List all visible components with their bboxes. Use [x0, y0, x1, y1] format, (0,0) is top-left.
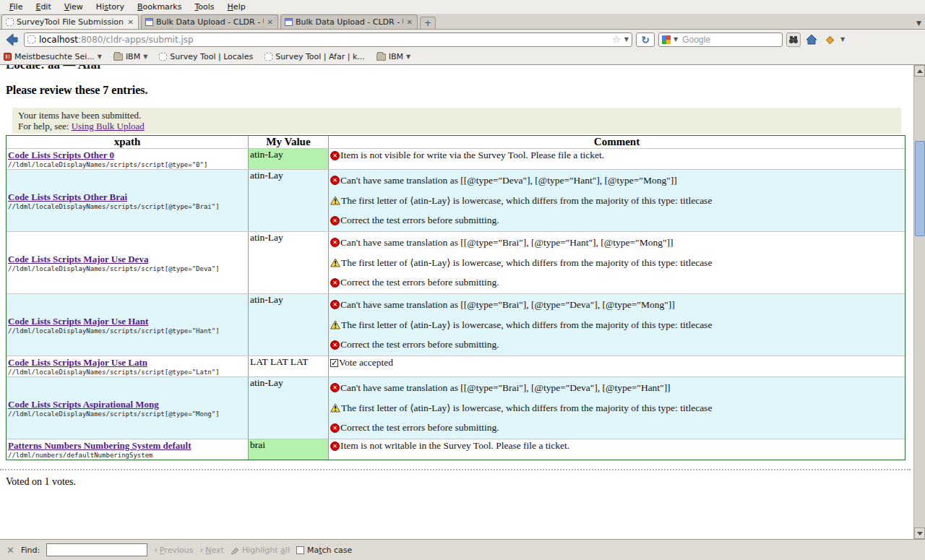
menu-view[interactable]: View: [58, 1, 90, 13]
table-row: Code Lists Scripts Other 0//ldml/localeD…: [7, 148, 905, 169]
highlighter-icon: [231, 546, 240, 555]
tab-3[interactable]: Bulk Data Upload - CLDR - Un...✕: [280, 14, 418, 29]
find-next-button[interactable]: ›Next: [199, 545, 223, 555]
comment-text: Correct the test errors before submittin…: [340, 277, 499, 288]
findbar-close-icon[interactable]: ✕: [7, 545, 14, 556]
tab-close-icon[interactable]: ✕: [267, 18, 274, 26]
xpath-cell: Patterns Numbers Numbering System defaul…: [7, 439, 249, 460]
list-all-tabs-icon[interactable]: ▼: [916, 20, 921, 27]
home-button[interactable]: [804, 33, 819, 47]
comment-cell: ✕Can't have same translation as [[@type=…: [329, 377, 905, 439]
xpath-cell: Code Lists Scripts Other 0//ldml/localeD…: [7, 149, 249, 169]
error-icon: ✕: [330, 151, 340, 160]
dashed-icon: [264, 53, 272, 61]
comment-cell: ✕Item is not visible for write via the S…: [329, 149, 905, 169]
table-row: Patterns Numbers Numbering System defaul…: [7, 439, 905, 460]
comment-text: The first letter of ⟨atin-Lay⟩ is lowerc…: [341, 257, 712, 269]
history-icon: [4, 53, 12, 61]
comment-line: ✕Correct the test errors before submitti…: [330, 277, 903, 288]
xpath-path-text: //ldml/localeDisplayNames/scripts/script…: [8, 410, 246, 418]
new-tab-button[interactable]: +: [420, 17, 436, 29]
folder-icon: [113, 53, 123, 61]
url-bar[interactable]: localhost:8080/cldr-apps/submit.jsp ☆ ▼: [24, 33, 632, 47]
column-header-xpath: xpath: [7, 136, 249, 148]
xpath-link[interactable]: Code Lists Scripts Major Use Deva: [8, 254, 246, 265]
reload-button[interactable]: ↻: [636, 33, 655, 47]
match-case-checkbox-box[interactable]: [296, 546, 304, 554]
menu-bookmarks[interactable]: Bookmarks: [131, 1, 188, 13]
scrollbar-down-icon[interactable]: [914, 527, 925, 539]
xpath-link[interactable]: Code Lists Scripts Major Use Hant: [8, 316, 246, 327]
comment-line: ✕Item is not writable in the Survey Tool…: [330, 440, 903, 452]
table-row: Code Lists Scripts Aspirational Mong//ld…: [7, 376, 905, 439]
highlight-all-button[interactable]: Highlight all: [231, 546, 290, 555]
svg-text:!: !: [334, 198, 337, 205]
tab-2[interactable]: Bulk Data Upload - CLDR - Un...✕: [141, 14, 278, 29]
tab-close-icon[interactable]: ✕: [406, 18, 413, 26]
using-bulk-upload-link[interactable]: Using Bulk Upload: [72, 121, 145, 132]
chevron-down-icon: ▼: [406, 53, 410, 60]
tab-title: Bulk Data Upload - CLDR - Un...: [156, 17, 264, 27]
bookmark-item-1[interactable]: Meistbesuchte Sei...▼: [4, 52, 102, 61]
notice-line2: For help, see: Using Bulk Upload: [18, 121, 898, 132]
comment-cell: ✓Vote accepted: [329, 356, 905, 376]
dashed-icon: [159, 53, 167, 61]
comment-line: ✕Can't have same translation as [[@type=…: [330, 175, 903, 186]
search-engine-chevron-icon[interactable]: ▼: [674, 36, 678, 43]
page-title: Please review these 7 entries.: [6, 84, 913, 97]
toolbar-overflow-chevron-icon[interactable]: ▼: [840, 36, 845, 43]
error-icon: ✕: [330, 340, 340, 350]
search-input[interactable]: [681, 34, 753, 46]
xpath-link[interactable]: Patterns Numbers Numbering System defaul…: [8, 440, 246, 452]
back-button[interactable]: [3, 31, 20, 48]
bookmark-item-2[interactable]: IBM▼: [113, 52, 147, 61]
menu-edit[interactable]: Edit: [29, 1, 57, 13]
tab-1[interactable]: SurveyTool File Submission | ...✕: [1, 14, 139, 29]
table-row: Code Lists Scripts Major Use Deva//ldml/…: [7, 231, 905, 293]
bookmark-item-4[interactable]: Survey Tool | Afar | k...: [264, 52, 365, 61]
xpath-link[interactable]: Code Lists Scripts Major Use Latn: [8, 357, 246, 369]
menu-file[interactable]: File: [3, 1, 29, 13]
match-case-checkbox[interactable]: Match case: [296, 546, 352, 555]
menu-history[interactable]: History: [90, 1, 131, 13]
xpath-link[interactable]: Code Lists Scripts Other 0: [8, 150, 246, 161]
addon-icon[interactable]: [822, 33, 837, 47]
xpath-link[interactable]: Code Lists Scripts Other Brai: [8, 191, 246, 203]
scrollbar-thumb[interactable]: [915, 141, 925, 236]
url-dropdown-chevron-icon[interactable]: ▼: [624, 36, 629, 43]
tab-close-icon[interactable]: ✕: [127, 18, 134, 26]
find-bar: ✕ Find: ‹Previous ›Next Highlight all Ma…: [0, 539, 925, 560]
find-previous-button[interactable]: ‹Previous: [154, 545, 193, 555]
xpath-cell: Code Lists Scripts Major Use Deva//ldml/…: [7, 232, 249, 293]
bookmark-item-3[interactable]: Survey Tool | Locales: [159, 52, 253, 61]
vote-count-text: Voted on 1 votes.: [6, 476, 913, 488]
comment-text: Item is not visible for write via the Su…: [340, 150, 604, 161]
scrollbar-up-icon[interactable]: [914, 65, 925, 77]
xpath-path-text: //ldml/localeDisplayNames/scripts/script…: [8, 327, 246, 335]
dotted-separator: [0, 469, 911, 470]
bookmark-star-icon[interactable]: ☆: [612, 35, 621, 44]
comment-text: Correct the test errors before submittin…: [340, 215, 499, 226]
my-value-cell: LAT LAT LAT: [249, 356, 329, 376]
bookmark-item-5[interactable]: IBM▼: [377, 52, 410, 61]
comment-cell: ✕Can't have same translation as [[@type=…: [329, 294, 905, 356]
menu-tools[interactable]: Tools: [188, 1, 220, 13]
comment-text: Can't have same translation as [[@type="…: [340, 299, 675, 311]
find-input[interactable]: [46, 543, 147, 556]
chevron-down-icon: ▼: [98, 53, 102, 60]
warning-icon: !: [330, 196, 340, 205]
menu-help[interactable]: Help: [221, 1, 252, 13]
browser-window: FileEditViewHistoryBookmarksToolsHelp Su…: [0, 0, 925, 560]
svg-text:!: !: [334, 405, 337, 413]
search-bar[interactable]: ▼: [658, 33, 783, 47]
bookmark-label: IBM: [126, 52, 140, 61]
xpath-path-text: //ldml/localeDisplayNames/scripts/script…: [8, 369, 246, 376]
checkbox-checked-icon: ✓: [330, 359, 338, 367]
find-binoculars-icon[interactable]: [786, 33, 801, 47]
xpath-cell: Code Lists Scripts Other Brai//ldml/loca…: [7, 170, 249, 231]
xpath-cell: Code Lists Scripts Aspirational Mong//ld…: [7, 377, 249, 439]
table-row: Code Lists Scripts Major Use Hant//ldml/…: [7, 293, 905, 356]
xpath-link[interactable]: Code Lists Scripts Aspirational Mong: [8, 399, 246, 410]
xpath-path-text: //ldml/localeDisplayNames/scripts/script…: [8, 265, 246, 272]
vertical-scrollbar[interactable]: [913, 65, 925, 539]
